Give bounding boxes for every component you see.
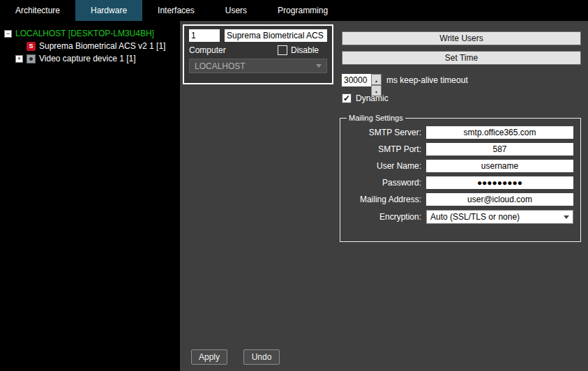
dynamic-label: Dynamic (356, 93, 389, 103)
encryption-row: Encryption: Auto (SSL/TLS or none) (345, 210, 573, 224)
suprema-device-icon: S (27, 42, 36, 51)
encryption-label: Encryption: (345, 212, 426, 222)
keepalive-label: ms keep-alive timeout (386, 75, 468, 85)
mailing-address-label: Mailing Address: (345, 195, 426, 204)
tree-node-localhost[interactable]: LOCALHOST [DESKTOP-LM3U4BH] (0, 27, 180, 40)
mailing-address-row: Mailing Address: (345, 193, 573, 206)
computer-dropdown[interactable]: LOCALHOST (189, 59, 327, 73)
tree-node-video-capture-label: Video capture device 1 [1] (39, 54, 136, 63)
computer-dropdown-value: LOCALHOST (195, 61, 246, 71)
device-id-input[interactable] (189, 29, 220, 42)
top-tab-bar: Architecture Hardware Interfaces Users P… (0, 0, 588, 21)
computer-row: Computer Disable (189, 45, 327, 55)
mailing-settings-group: Mailing Settings SMTP Server: SMTP Port:… (340, 114, 581, 242)
disable-label: Disable (291, 45, 319, 55)
encryption-dropdown[interactable]: Auto (SSL/TLS or none) (426, 210, 573, 224)
app-window: Architecture Hardware Interfaces Users P… (0, 0, 588, 371)
chevron-down-icon (564, 215, 569, 219)
smtp-port-label: SMTP Port: (345, 144, 426, 154)
tree-node-suprema-label: Suprema Biometrical ACS v2 1 [1] (39, 41, 165, 51)
chevron-down-icon (316, 64, 322, 68)
password-row: Password: (345, 176, 573, 189)
tab-hardware[interactable]: Hardware (75, 0, 142, 21)
device-config-panel: Computer Disable LOCALHOST Write Users S… (180, 21, 588, 371)
spinner-up-button[interactable] (371, 74, 382, 85)
encryption-dropdown-value: Auto (SSL/TLS or none) (430, 212, 520, 222)
user-name-input[interactable] (426, 160, 573, 172)
tree-node-video-capture[interactable]: Video capture device 1 [1] (0, 52, 180, 65)
smtp-server-input[interactable] (426, 126, 573, 139)
mailing-settings-title: Mailing Settings (347, 114, 405, 122)
hardware-tree-panel: LOCALHOST [DESKTOP-LM3U4BH] S Suprema Bi… (0, 21, 180, 371)
undo-button[interactable]: Undo (243, 349, 280, 365)
video-capture-icon (27, 54, 36, 63)
tree-node-localhost-label: LOCALHOST [DESKTOP-LM3U4BH] (15, 29, 154, 38)
dynamic-row: Dynamic (342, 93, 389, 103)
disable-group: Disable (278, 45, 319, 55)
mailing-address-input[interactable] (426, 193, 573, 206)
write-users-button[interactable]: Write Users (342, 31, 581, 45)
password-label: Password: (345, 178, 426, 188)
tree-node-suprema[interactable]: S Suprema Biometrical ACS v2 1 [1] (0, 40, 180, 52)
spinner-up-icon (375, 75, 378, 84)
spinner-buttons (371, 74, 382, 86)
password-input[interactable] (426, 176, 573, 189)
device-identity-box: Computer Disable LOCALHOST (183, 24, 333, 84)
user-name-row: User Name: (345, 160, 573, 172)
user-name-label: User Name: (345, 161, 426, 171)
smtp-server-row: SMTP Server: (345, 126, 573, 139)
tab-users[interactable]: Users (210, 0, 262, 21)
collapse-icon[interactable] (4, 30, 12, 38)
smtp-port-row: SMTP Port: (345, 143, 573, 156)
computer-label: Computer (189, 45, 226, 55)
dynamic-checkbox[interactable] (342, 93, 352, 103)
keepalive-row: ms keep-alive timeout (342, 74, 468, 86)
device-id-row (189, 29, 327, 42)
keepalive-input[interactable] (342, 74, 371, 86)
set-time-button[interactable]: Set Time (342, 51, 581, 65)
device-name-input[interactable] (225, 29, 327, 42)
apply-button[interactable]: Apply (191, 349, 227, 365)
tab-architecture[interactable]: Architecture (0, 0, 75, 21)
smtp-port-input[interactable] (426, 143, 573, 156)
disable-checkbox[interactable] (278, 45, 287, 55)
check-icon (343, 95, 350, 102)
tab-interfaces[interactable]: Interfaces (142, 0, 210, 21)
expand-icon[interactable] (15, 55, 23, 63)
keepalive-spinner (342, 74, 382, 86)
tab-programming[interactable]: Programming (262, 0, 343, 21)
smtp-server-label: SMTP Server: (345, 128, 426, 137)
